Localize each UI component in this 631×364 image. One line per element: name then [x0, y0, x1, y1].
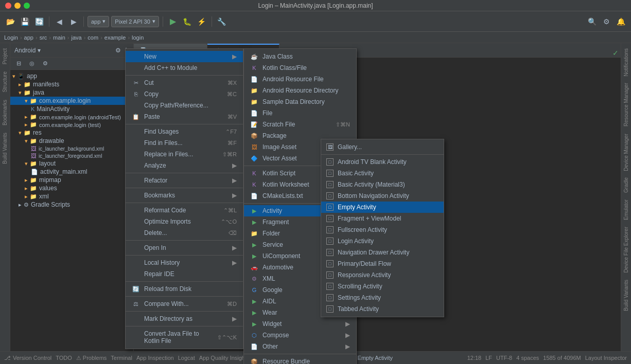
tree-ic-bg[interactable]: 🖼 ic_launcher_background.xml	[10, 145, 133, 152]
activity-fullscreen[interactable]: □ Fullscreen Activity	[321, 224, 444, 235]
run-config-dropdown[interactable]: app ▾	[87, 16, 109, 27]
tree-manifests[interactable]: ▸ 📁 manifests	[10, 80, 133, 88]
tree-values[interactable]: ▸ 📁 values	[10, 184, 133, 192]
activity-basic[interactable]: □ Basic Activity	[321, 168, 444, 179]
activity-tv-blank[interactable]: □ Android TV Blank Activity	[321, 156, 444, 168]
tree-ic-fg[interactable]: 🖼 ic_launcher_foreground.xml	[10, 152, 133, 159]
menu-reformat[interactable]: Reformat Code ⌃⌘L	[126, 205, 243, 216]
menu-optimize[interactable]: Optimize Imports ⌃⌥O	[126, 216, 243, 227]
menu-local-history[interactable]: Local History ▶	[126, 257, 243, 268]
project-options-btn[interactable]: ⚙	[115, 47, 121, 54]
menu-open-in[interactable]: Open In ▶	[126, 242, 243, 253]
status-app-inspection[interactable]: App Inspection	[136, 355, 174, 361]
collapse-all-btn[interactable]: ⊟	[12, 58, 25, 70]
debug-btn[interactable]: 🐛	[181, 15, 194, 28]
activity-fragment-viewmodel[interactable]: □ Fragment + ViewModel	[321, 213, 444, 224]
status-terminal[interactable]: Terminal	[111, 355, 132, 361]
breadcrumb-login[interactable]: Login	[4, 34, 18, 41]
menu-copy[interactable]: ⎘ Copy ⌘C	[126, 88, 243, 100]
new-kotlin-file[interactable]: K Kotlin Class/File	[244, 62, 356, 74]
activity-bottom-nav[interactable]: □ Bottom Navigation Activity	[321, 190, 444, 202]
forward-btn[interactable]: ▶	[67, 15, 80, 28]
sidebar-build-variants2[interactable]: Build Variants	[622, 277, 630, 314]
tree-xml[interactable]: ▸ 📁 xml	[10, 192, 133, 201]
tree-mainactivity[interactable]: K MainActivity	[10, 105, 133, 113]
activity-primary-detail[interactable]: □ Primary/Detail Flow	[321, 258, 444, 269]
save-btn[interactable]: 💾	[19, 15, 31, 28]
breadcrumb-example[interactable]: example	[104, 34, 126, 41]
sidebar-structure[interactable]: Structure	[1, 68, 9, 96]
breadcrumb-main[interactable]: main	[53, 34, 65, 41]
new-resource-bundle[interactable]: 📦 Resource Bundle	[244, 356, 356, 364]
new-file[interactable]: 📄 File	[244, 107, 356, 119]
locate-btn[interactable]: ◎	[26, 58, 38, 70]
menu-replace-files[interactable]: Replace in Files... ⇧⌘R	[126, 149, 243, 160]
device-dropdown[interactable]: Pixel 2 API 30 ▾	[111, 16, 159, 27]
activity-nav-drawer[interactable]: □ Navigation Drawer Activity	[321, 247, 444, 258]
menu-bookmarks[interactable]: Bookmarks ▶	[126, 190, 243, 201]
new-widget[interactable]: ▶ Widget ▶	[244, 318, 356, 330]
sidebar-notifications[interactable]: Notifications	[622, 45, 630, 79]
menu-find-usages[interactable]: Find Usages ⌃F7	[126, 126, 243, 137]
maximize-button[interactable]	[24, 3, 30, 9]
new-sample-data-dir[interactable]: 📁 Sample Data Directory	[244, 96, 356, 107]
close-button[interactable]	[5, 3, 11, 9]
run-btn[interactable]: ▶	[167, 15, 179, 28]
tree-test[interactable]: ▸ 📁 com.example.login (test)	[10, 121, 133, 129]
sidebar-resource-manager[interactable]: Resource Manager	[622, 80, 630, 130]
status-version-control[interactable]: ⎇ Version Control	[4, 355, 51, 361]
tree-layout[interactable]: ▾ 📁 layout	[10, 159, 133, 168]
menu-reload[interactable]: 🔄 Reload from Disk	[126, 283, 243, 295]
profile-btn[interactable]: ⚡	[196, 15, 208, 28]
gradle-sync-btn[interactable]: 🔧	[216, 15, 228, 28]
activity-gallery[interactable]: 🖼 Gallery...	[321, 141, 444, 153]
new-android-resource-dir[interactable]: 📁 Android Resource Directory	[244, 85, 356, 96]
back-btn[interactable]: ◀	[53, 15, 65, 28]
new-scratch-file[interactable]: 📝 Scratch File ⇧⌘N	[244, 119, 356, 130]
sync-btn[interactable]: 🔄	[33, 15, 45, 28]
search-btn[interactable]: 🔍	[586, 15, 598, 28]
new-compose[interactable]: ⬡ Compose ▶	[244, 330, 356, 341]
sidebar-gradle[interactable]: Gradle	[622, 174, 630, 196]
minimize-button[interactable]	[14, 3, 21, 9]
menu-add-cpp[interactable]: Add C++ to Module	[126, 62, 243, 74]
sidebar-bookmarks[interactable]: Bookmarks	[1, 97, 9, 129]
settings-btn[interactable]: ⚙	[600, 15, 612, 28]
sidebar-build-variants[interactable]: Build Variants	[1, 130, 9, 167]
layout-inspector-btn[interactable]: Layout Inspector	[585, 355, 627, 361]
tree-activity-xml[interactable]: 📄 activity_main.xml	[10, 168, 133, 176]
activity-scrolling[interactable]: □ Scrolling Activity	[321, 281, 444, 292]
activity-responsive[interactable]: □ Responsive Activity	[321, 269, 444, 281]
settings-btn2[interactable]: ⚙	[39, 58, 51, 70]
menu-cut[interactable]: ✂ Cut ⌘X	[126, 77, 243, 88]
tree-com-example-login[interactable]: ▾ 📁 com.example.login	[10, 97, 133, 105]
breadcrumb-src[interactable]: src	[40, 34, 47, 41]
open-folder-btn[interactable]: 📂	[4, 15, 16, 28]
breadcrumb-app[interactable]: app	[24, 34, 33, 41]
tree-mipmap[interactable]: ▸ 📁 mipmap	[10, 176, 133, 184]
new-android-resource-file[interactable]: 📄 Android Resource File	[244, 74, 356, 85]
sidebar-device-manager[interactable]: Device Manager	[622, 131, 630, 174]
tree-java[interactable]: ▾ 📁 java	[10, 88, 133, 97]
breadcrumb-com[interactable]: com	[87, 34, 98, 41]
status-todo[interactable]: TODO	[56, 355, 72, 361]
menu-paste[interactable]: 📋 Paste ⌘V	[126, 111, 243, 122]
tree-res[interactable]: ▾ 📁 res	[10, 129, 133, 137]
menu-analyze[interactable]: Analyze ▶	[126, 160, 243, 171]
breadcrumb-java[interactable]: java	[71, 34, 81, 41]
activity-settings[interactable]: □ Settings Activity	[321, 292, 444, 303]
project-type-selector[interactable]: Android ▾	[14, 47, 41, 54]
activity-login[interactable]: □ Login Activity	[321, 235, 444, 247]
tree-gradle[interactable]: ▸ ⚙ Gradle Scripts	[10, 201, 133, 209]
menu-convert-java[interactable]: Convert Java File to Kotlin File ⇧⌃⌥K	[126, 328, 243, 347]
tree-androidtest[interactable]: ▸ 📁 com.example.login (androidTest)	[10, 113, 133, 121]
new-java-class[interactable]: ☕ Java Class	[244, 51, 356, 62]
menu-compare-with[interactable]: ⚖ Compare With... ⌘D	[126, 298, 243, 310]
menu-find-files[interactable]: Find in Files... ⌘F	[126, 137, 243, 149]
sidebar-device-file[interactable]: Device File Explorer	[622, 224, 630, 276]
activity-tabbed[interactable]: □ Tabbed Activity	[321, 303, 444, 315]
status-problems[interactable]: ⚠ Problems	[76, 355, 107, 361]
tree-app[interactable]: ▾ 📱 app	[10, 72, 133, 80]
menu-new[interactable]: New ▶	[126, 51, 243, 62]
sidebar-emulator[interactable]: Emulator	[622, 196, 630, 223]
